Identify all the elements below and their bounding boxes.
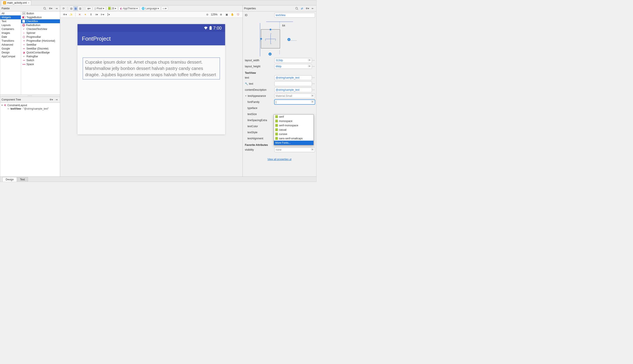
svg-line-1 (45, 9, 46, 10)
palette-item-space[interactable]: ⟷Space (21, 62, 60, 66)
file-tab[interactable]: </> main_activity.xml × (1, 0, 31, 5)
add-constraint-right[interactable]: + (288, 38, 290, 41)
tab-design[interactable]: Design (2, 177, 17, 182)
pack-icon[interactable]: ⊫▾ (100, 12, 105, 17)
palette-cat-layouts[interactable]: Layouts (0, 23, 21, 27)
palette-cat-date[interactable]: Date (0, 35, 21, 39)
more-icon[interactable]: ⋯ (312, 82, 315, 85)
drag-handle[interactable]: ┉┉┉ (0, 95, 60, 96)
fontfamily-field[interactable]: | (274, 100, 315, 104)
font-option-casual[interactable]: casual (274, 128, 314, 132)
textappearance-field[interactable]: Material.Small (274, 94, 315, 98)
palette-cat-widgets[interactable]: Widgets (0, 16, 21, 19)
palette-item-seekbar-d[interactable]: ⊷SeekBar (Discrete) (21, 47, 60, 50)
layout-height-field[interactable]: 88dp (274, 64, 312, 69)
view-blueprint-icon[interactable]: ▦ (74, 6, 78, 11)
palette-item-checkbox[interactable]: ✓CheckBox (21, 19, 60, 23)
swap-icon[interactable]: ⇄ (300, 6, 304, 11)
gear-icon[interactable]: ✲▾ (49, 98, 54, 102)
refresh-icon[interactable]: ⟳ (62, 6, 66, 11)
font-option-serif[interactable]: serif (274, 114, 314, 119)
tree-child-textview[interactable]: Ab textView - "@string/sample_text" (0, 107, 60, 110)
theme-dropdown[interactable]: ◐AppTheme▾ (118, 6, 139, 11)
more-icon[interactable]: ⋯ (312, 59, 315, 62)
tool-text-field[interactable] (274, 82, 312, 86)
search-icon[interactable] (42, 6, 47, 11)
gear-icon[interactable]: ✲▾ (305, 6, 310, 11)
align-icon[interactable]: ≡▾ (94, 12, 99, 17)
device-dropdown[interactable]: ▯ Pixel▾ (93, 6, 106, 11)
palette-cat-design[interactable]: Design (0, 50, 21, 54)
palette-cat-advanced[interactable]: Advanced (0, 43, 21, 47)
zoom-in-icon[interactable]: ⊕ (219, 12, 223, 17)
palette-item-seekbar[interactable]: ⊸SeekBar (21, 43, 60, 47)
zoom-fit-icon[interactable]: ▣ (224, 12, 229, 17)
palette-item-button[interactable]: OKButton (21, 12, 60, 16)
view-all-properties-link[interactable]: View all properties ⇄ (268, 158, 292, 161)
palette-item-checkedtextview[interactable]: ✓CheckedTextView (21, 27, 60, 31)
contentdescription-label: contentDescription (244, 88, 274, 92)
text-field[interactable]: @string/sample_text (274, 75, 312, 80)
palette-cat-images[interactable]: Images (0, 31, 21, 35)
palette-item-switch[interactable]: ⊶Switch (21, 58, 60, 62)
visibility-field[interactable]: none (274, 148, 315, 152)
font-option-monospace[interactable]: monospace (274, 119, 314, 123)
palette-cat-google[interactable]: Google (0, 47, 21, 50)
issues-icon[interactable]: 🗨 (236, 12, 240, 17)
collapse-icon[interactable]: ⇥ (54, 6, 58, 11)
zoom-out-icon[interactable]: ⊖ (205, 12, 210, 17)
add-constraint-bottom[interactable]: + (268, 52, 272, 56)
eye-icon[interactable]: 👁▾ (62, 12, 68, 17)
infer-icon[interactable]: ✦ (83, 12, 88, 17)
more-icon[interactable]: ⋯ (312, 65, 315, 68)
view-both-icon[interactable]: ▥ (78, 6, 82, 11)
contentdescription-field[interactable]: @string/sample_text (274, 88, 312, 92)
variants-icon[interactable]: ▭▾ (161, 6, 168, 11)
collapse-icon[interactable]: ⇥ (54, 98, 58, 102)
palette-categories: All Widgets Text Layouts Containers Imag… (0, 12, 21, 95)
design-canvas[interactable]: 7:00 FontProject Cupcake ipsum dolor sit… (60, 18, 242, 176)
gear-icon[interactable]: ✲▾ (48, 6, 53, 11)
chevron-down-icon[interactable]: ▼ (1, 104, 3, 106)
palette-cat-appcompat[interactable]: AppCompat (0, 54, 21, 58)
more-icon[interactable]: ⋯ (312, 88, 315, 92)
palette-item-progressbar-h[interactable]: ━ProgressBar (Horizontal) (21, 39, 60, 43)
close-icon[interactable]: × (28, 2, 29, 4)
tree-title: Component Tree (2, 98, 21, 101)
palette-item-radiobutton[interactable]: RadioButton (21, 23, 60, 27)
palette-cat-all[interactable]: All (0, 12, 21, 16)
collapse-icon[interactable]: ⇤ (311, 6, 315, 11)
wrench-icon: 🔧 (245, 82, 248, 85)
orientation-dropdown[interactable]: ◈▾ (86, 6, 92, 11)
layout-width-field[interactable]: 313dp (274, 58, 312, 63)
font-option-more[interactable]: More Fonts... (274, 141, 314, 145)
more-icon[interactable]: ⋯ (312, 76, 315, 79)
pan-icon[interactable]: ✋ (230, 12, 235, 17)
palette-item-ratingbar[interactable]: ★RatingBar (21, 54, 60, 58)
api-dropdown[interactable]: 26▾ (106, 6, 118, 11)
font-option-serif-monospace[interactable]: serif-monospace (274, 123, 314, 128)
palette-cat-transitions[interactable]: Transitions (0, 39, 21, 43)
palette-item-quickcontact[interactable]: ◪QuickContactBadge (21, 50, 60, 54)
view-design-icon[interactable]: ▤ (69, 6, 74, 11)
margin-default[interactable]: 8 (89, 12, 93, 17)
font-option-cursive[interactable]: cursive (274, 132, 314, 136)
font-option-smallcaps[interactable]: sans-serif-smallcaps (274, 136, 314, 141)
palette-item-togglebutton[interactable]: ToggleButton (21, 16, 60, 19)
guideline-icon[interactable]: ┇▾ (106, 12, 110, 17)
palette-cat-containers[interactable]: Containers (0, 27, 21, 31)
palette-cat-text[interactable]: Text (0, 19, 21, 23)
language-dropdown[interactable]: 🌐Language▾ (140, 6, 160, 11)
tab-text[interactable]: Text (17, 177, 28, 182)
palette-item-progressbar[interactable]: ◯ProgressBar (21, 35, 60, 39)
clear-constraints-icon[interactable]: ✕ (78, 12, 82, 17)
textview-widget[interactable]: Cupcake ipsum dolor sit. Amet chupa chup… (83, 58, 220, 80)
tree-root[interactable]: ▼ ᓬ ConstraintLayout (0, 104, 60, 107)
battery-icon (209, 26, 212, 30)
palette-item-spinner[interactable]: ≡Spinner (21, 31, 60, 35)
constraint-widget[interactable]: 64 32 ⟨ ⟩ ⌃ ⌄ (244, 19, 315, 58)
search-icon[interactable] (294, 6, 299, 11)
id-field[interactable]: textView (274, 13, 315, 18)
component-tree: ▼ ᓬ ConstraintLayout Ab textView - "@str… (0, 103, 60, 176)
magic-icon[interactable]: ✨ (69, 12, 73, 17)
